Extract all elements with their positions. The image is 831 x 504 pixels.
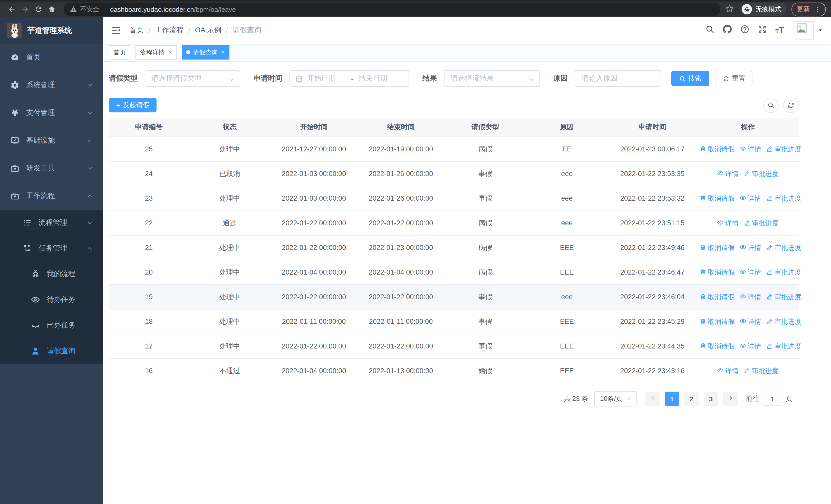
monitor-icon (10, 136, 20, 145)
progress-action-link[interactable]: 审批进度 (766, 243, 801, 252)
next-page-button[interactable] (723, 392, 738, 406)
action-label: 取消请假 (708, 194, 735, 203)
list-icon (23, 218, 32, 227)
browser-back-icon[interactable] (5, 3, 19, 16)
cell-type: 事假 (445, 161, 526, 186)
detail-action-link[interactable]: 详情 (740, 342, 761, 351)
detail-action-link[interactable]: 详情 (717, 169, 739, 178)
page-button-1[interactable]: 1 (665, 392, 679, 406)
address-bar[interactable]: 不安全 dashboard.yudao.iocoder.cn /bpm/oa/l… (64, 3, 720, 16)
cell-reason: EEE (526, 334, 608, 358)
leave-type-select[interactable]: 请选择请假类型 (145, 70, 240, 87)
tab-process-detail[interactable]: 流程详情× (136, 45, 177, 60)
sidebar-item-system[interactable]: 系统管理 (0, 71, 103, 99)
tab-leave-query[interactable]: 请假查询× (182, 45, 229, 60)
sidebar-item-home[interactable]: 首页 (0, 43, 103, 71)
breadcrumb-item[interactable]: 首页 (130, 26, 144, 35)
sidebar-item-infrastructure[interactable]: 基础设施 (0, 127, 103, 154)
breadcrumb-item[interactable]: OA 示例 (195, 26, 222, 35)
pen-icon (766, 268, 773, 276)
create-leave-button[interactable]: + 发起请假 (109, 98, 156, 112)
detail-action-link[interactable]: 详情 (740, 194, 761, 203)
incognito-badge[interactable]: 无痕模式 (740, 3, 786, 16)
progress-action-link[interactable]: 审批进度 (766, 268, 801, 277)
avatar-caret-down-icon[interactable] (818, 26, 823, 35)
cancel-action-link[interactable]: 取消请假 (699, 243, 735, 252)
navbar-fontsize-button[interactable]: TT (773, 24, 786, 37)
cell-id: 24 (109, 161, 189, 186)
detail-action-link[interactable]: 详情 (740, 145, 761, 154)
progress-action-link[interactable]: 审批进度 (766, 194, 801, 203)
sidebar-item-leave-query[interactable]: 请假查询 (0, 338, 103, 364)
sidebar-item-payment[interactable]: ¥支付管理 (0, 99, 103, 127)
page-button-2[interactable]: 2 (684, 392, 698, 406)
detail-action-link[interactable]: 详情 (740, 292, 761, 301)
tab-close-icon[interactable]: × (221, 49, 225, 56)
progress-action-link[interactable]: 审批进度 (766, 292, 801, 301)
detail-action-link[interactable]: 详情 (717, 218, 739, 228)
page-button-3[interactable]: 3 (704, 392, 718, 406)
cancel-action-link[interactable]: 取消请假 (699, 268, 735, 277)
cell-apply_time: 2022-01-22 23:46:47 (608, 260, 697, 285)
sidebar-item-task-mgmt[interactable]: 任务管理 (0, 236, 103, 261)
detail-action-link[interactable]: 详情 (717, 366, 739, 376)
reason-input[interactable]: 请输入原因 (575, 70, 661, 87)
chevron-down-icon (86, 82, 93, 89)
progress-action-link[interactable]: 审批进度 (766, 317, 801, 326)
pagination-total: 共 23 条 (564, 394, 588, 404)
cancel-action-link[interactable]: 取消请假 (699, 317, 735, 326)
goto-page-input[interactable] (763, 392, 782, 406)
breadcrumb-item[interactable]: 工作流程 (155, 26, 184, 35)
reset-button[interactable]: 重置 (716, 71, 752, 86)
navbar-search-button[interactable] (703, 24, 717, 37)
progress-action-link[interactable]: 审批进度 (766, 342, 801, 351)
detail-action-link[interactable]: 详情 (740, 317, 761, 326)
cell-id: 23 (109, 186, 189, 211)
prev-page-button[interactable] (645, 392, 660, 406)
action-label: 取消请假 (708, 292, 735, 301)
browser-update-button[interactable]: 更新 (792, 2, 826, 16)
sidebar-item-workflow[interactable]: 工作流程 (0, 182, 103, 210)
navbar-github-button[interactable] (721, 24, 734, 37)
sidebar-fold-icon[interactable] (111, 25, 121, 35)
navbar-question-button[interactable] (738, 24, 751, 37)
cell-actions: 取消请假详情审批进度 (697, 235, 799, 260)
avatar[interactable] (795, 21, 813, 40)
progress-action-link[interactable]: 审批进度 (744, 169, 779, 178)
progress-action-link[interactable]: 审批进度 (744, 218, 779, 228)
cancel-action-link[interactable]: 取消请假 (699, 342, 735, 351)
refresh-table-button[interactable] (783, 97, 799, 113)
bookmark-star-icon[interactable] (725, 4, 734, 14)
cancel-action-link[interactable]: 取消请假 (699, 145, 735, 154)
progress-action-link[interactable]: 审批进度 (766, 145, 801, 154)
sidebar-item-label: 请假查询 (47, 347, 93, 356)
trash-icon (699, 318, 706, 326)
show-search-toggle-button[interactable] (763, 97, 779, 113)
column-header: 开始时间 (270, 118, 357, 137)
cancel-action-link[interactable]: 取消请假 (699, 292, 735, 301)
result-select[interactable]: 请选择流结果 (444, 70, 540, 87)
trash-icon (699, 145, 706, 153)
cell-id: 18 (109, 309, 189, 334)
detail-action-link[interactable]: 详情 (740, 268, 761, 277)
browser-home-icon[interactable] (45, 3, 58, 16)
progress-action-link[interactable]: 审批进度 (744, 366, 779, 376)
sidebar-item-process-mgmt[interactable]: 流程管理 (0, 210, 103, 236)
sidebar-item-done-tasks[interactable]: 已办任务 (0, 313, 103, 338)
sidebar-item-my-process[interactable]: 我的流程 (0, 261, 103, 287)
active-dot (186, 50, 191, 54)
navbar-fullscreen-button[interactable] (755, 24, 769, 37)
detail-action-link[interactable]: 详情 (740, 243, 761, 252)
tab-close-icon[interactable]: × (168, 49, 172, 56)
sidebar-item-devtools[interactable]: 研发工具 (0, 154, 103, 182)
browser-forward-icon[interactable] (19, 3, 32, 16)
search-button[interactable]: 搜索 (671, 71, 709, 86)
tab-home[interactable]: 首页 (109, 45, 131, 60)
cell-reason: EEE (526, 358, 608, 383)
sidebar-item-todo-tasks[interactable]: 待办任务 (0, 287, 103, 313)
cell-actions: 取消请假详情审批进度 (697, 334, 799, 358)
apply-time-range-picker[interactable]: 开始日期 - 结束日期 (289, 70, 409, 87)
cancel-action-link[interactable]: 取消请假 (699, 194, 735, 203)
page-size-select[interactable]: 10条/页 (594, 391, 637, 407)
browser-reload-icon[interactable] (32, 3, 45, 16)
